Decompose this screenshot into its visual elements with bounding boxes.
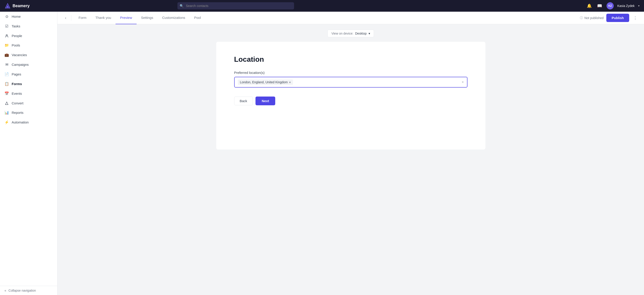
collapse-icon: « (4, 289, 6, 292)
next-button[interactable]: Next (256, 97, 276, 105)
tab-preview[interactable]: Preview (116, 12, 136, 24)
people-icon (4, 34, 9, 38)
form-section-title: Location (234, 55, 468, 64)
events-icon: 📅 (4, 91, 9, 96)
sidebar: ⊙ Home ☑ Tasks People 📁 Pools 💼 Vacancie… (0, 12, 58, 295)
sidebar-item-label: Vacancies (12, 53, 27, 57)
search-input[interactable] (178, 2, 294, 10)
logo-text: Beamery (12, 4, 30, 8)
back-navigation-button[interactable]: ‹ (63, 15, 68, 21)
tab-thank-you[interactable]: Thank you (91, 12, 116, 24)
tab-pool[interactable]: Pool (190, 12, 205, 24)
sidebar-item-label: Automation (12, 120, 29, 124)
field-label: Preferred location(s) (234, 71, 468, 75)
sidebar-item-label: Tasks (12, 24, 20, 28)
sidebar-item-label: Reports (12, 111, 24, 115)
sidebar-item-label: Home (12, 15, 21, 19)
sidebar-item-reports[interactable]: 📊 Reports (0, 108, 57, 117)
device-selector-label: View on device: (331, 32, 353, 35)
tab-list: Form Thank you Preview Settings Customiz… (74, 12, 579, 24)
not-published-status: ⓘ Not published (580, 16, 604, 20)
info-icon: ⓘ (580, 16, 583, 20)
sidebar-item-label: Forms (12, 82, 22, 86)
beamery-logo-icon (4, 3, 11, 9)
top-nav: Beamery 🔍 🔔 📖 KZ Kasia Zydek ▾ (0, 0, 644, 12)
clear-all-button[interactable]: × (462, 80, 464, 84)
header-right: ⓘ Not published Publish ⋮ (580, 14, 638, 22)
tasks-icon: ☑ (4, 24, 9, 28)
campaigns-icon: ✉ (4, 62, 9, 67)
pages-icon: 📄 (4, 72, 9, 76)
sidebar-item-pages[interactable]: 📄 Pages (0, 69, 57, 79)
sidebar-item-forms[interactable]: 📋 Forms (0, 79, 57, 89)
user-name: Kasia Zydek (617, 4, 634, 8)
tab-form[interactable]: Form (74, 12, 91, 24)
more-options-button[interactable]: ⋮ (632, 14, 638, 22)
location-tag: London, England, United Kingdom × (238, 80, 293, 85)
search-icon: 🔍 (180, 4, 184, 8)
sidebar-item-label: Convert (12, 101, 24, 105)
automation-icon: ⚡ (4, 120, 9, 124)
svg-point-2 (6, 35, 8, 36)
back-form-button[interactable]: Back (234, 97, 253, 105)
chevron-down-icon[interactable]: ▾ (638, 4, 640, 8)
not-published-label: Not published (584, 16, 604, 20)
forms-icon: 📋 (4, 82, 9, 86)
nav-right: 🔔 📖 KZ Kasia Zydek ▾ (586, 2, 640, 10)
svg-marker-3 (6, 102, 8, 105)
sidebar-item-label: Campaigns (12, 63, 29, 67)
device-value: Desktop (355, 32, 366, 35)
sidebar-item-home[interactable]: ⊙ Home (0, 12, 57, 21)
location-tag-value: London, England, United Kingdom (240, 80, 288, 84)
tab-settings[interactable]: Settings (136, 12, 158, 24)
form-preview: Location Preferred location(s) London, E… (216, 42, 486, 150)
search-bar[interactable]: 🔍 (178, 2, 294, 10)
sidebar-item-label: Events (12, 92, 22, 95)
tab-customizations[interactable]: Customizations (158, 12, 190, 24)
publish-button[interactable]: Publish (606, 14, 629, 22)
main-layout: ⊙ Home ☑ Tasks People 📁 Pools 💼 Vacancie… (0, 12, 644, 295)
sub-header: ‹ Form Thank you Preview Settings Custom… (58, 12, 644, 24)
pools-icon: 📁 (4, 43, 9, 47)
sidebar-item-pools[interactable]: 📁 Pools (0, 41, 57, 50)
sidebar-item-automation[interactable]: ⚡ Automation (0, 117, 57, 127)
sidebar-item-convert[interactable]: Convert (0, 98, 57, 108)
device-selector[interactable]: View on device: Desktop ▾ (328, 30, 374, 37)
notification-button[interactable]: 🔔 (586, 3, 593, 9)
content-area: ‹ Form Thank you Preview Settings Custom… (58, 12, 644, 295)
sidebar-item-tasks[interactable]: ☑ Tasks (0, 21, 57, 31)
reports-icon: 📊 (4, 110, 9, 115)
preview-area: View on device: Desktop ▾ Location Prefe… (58, 24, 644, 295)
sidebar-bottom: « Collapse navigation (0, 286, 57, 295)
avatar: KZ (606, 2, 614, 10)
divider (71, 15, 71, 21)
location-tag-remove-button[interactable]: × (289, 81, 291, 84)
sidebar-item-people[interactable]: People (0, 31, 57, 41)
form-actions: Back Next (234, 97, 468, 105)
sidebar-item-vacancies[interactable]: 💼 Vacancies (0, 50, 57, 60)
collapse-navigation[interactable]: « Collapse navigation (0, 286, 57, 295)
sidebar-item-label: Pools (12, 43, 20, 47)
chevron-down-device-icon: ▾ (368, 32, 370, 35)
field-group: Preferred location(s) London, England, U… (234, 71, 468, 88)
home-icon: ⊙ (4, 14, 9, 19)
location-input[interactable]: London, England, United Kingdom × × (234, 77, 468, 88)
logo[interactable]: Beamery (4, 3, 30, 9)
sidebar-item-campaigns[interactable]: ✉ Campaigns (0, 60, 57, 69)
sidebar-item-label: Pages (12, 72, 21, 76)
sidebar-item-events[interactable]: 📅 Events (0, 89, 57, 98)
book-button[interactable]: 📖 (596, 3, 603, 9)
sidebar-item-label: People (12, 34, 22, 38)
convert-icon (4, 101, 9, 105)
vacancies-icon: 💼 (4, 53, 9, 57)
collapse-label: Collapse navigation (8, 289, 36, 292)
